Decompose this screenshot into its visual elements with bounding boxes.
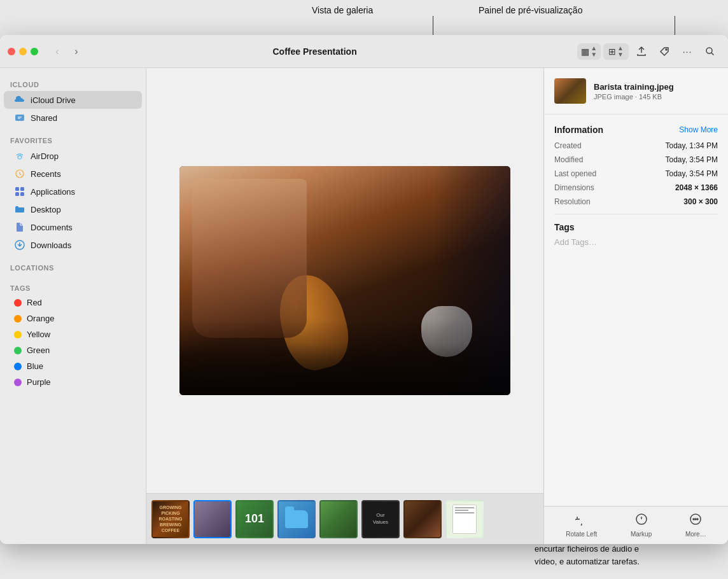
sidebar-item-label-icloud-drive: iCloud Drive [31,95,76,105]
minimize-button[interactable] [19,48,27,55]
thumbnail-2[interactable] [193,500,232,538]
sidebar-tag-green[interactable]: Green [4,342,142,358]
search-button[interactable] [700,41,720,62]
sidebar-item-applications[interactable]: Applications [4,183,142,200]
sidebar-tag-orange[interactable]: Orange [4,310,142,326]
tag-dot-purple [14,379,22,386]
info-section-label: Information [554,125,603,135]
img-bottom-shadow [179,344,510,395]
sidebar-section-favorites: Favorites [0,132,146,147]
recents-icon [14,168,25,179]
shared-icon [14,112,25,123]
preview-thumbnail [554,78,586,104]
info-label-last-opened: Last opened [554,169,596,178]
sidebar-tag-label-yellow: Yellow [27,330,50,339]
share-button[interactable] [631,41,652,62]
svg-point-1 [706,48,712,53]
info-value-created: Today, 1:34 PM [666,141,718,150]
markup-button[interactable]: Markup [624,509,658,541]
info-label-created: Created [554,141,582,150]
sidebar-item-label-shared: Shared [31,113,57,123]
sidebar-tag-purple[interactable]: Purple [4,374,142,390]
sidebar-item-icloud-drive[interactable]: iCloud Drive [4,91,142,109]
info-value-resolution: 300 × 300 [683,197,718,206]
preview-bottom-toolbar: Rotate Left Markup [544,506,728,544]
sidebar-item-recents[interactable]: Recents [4,165,142,183]
tag-dot-orange [14,315,22,323]
preview-filetype: JPEG image · 145 KB [594,93,674,101]
sidebar-item-label-recents: Recents [31,169,61,179]
thumbnail-7[interactable] [403,500,442,538]
svg-point-0 [666,49,667,50]
tag-dot-green [14,347,22,354]
info-label-modified: Modified [554,155,583,164]
show-more-link[interactable]: Show More [679,125,718,134]
info-value-dimensions: 2048 × 1366 [675,183,718,192]
annotation-line-gallery [433,16,433,35]
info-row-modified: Modified Today, 3:54 PM [554,155,718,164]
preview-header: Barista training.jpeg JPEG image · 145 K… [544,68,728,115]
sidebar-tag-label-purple: Purple [27,377,51,387]
info-row-resolution: Resolution 300 × 300 [554,197,718,206]
view-toggle-arrows: ▲▼ [591,45,597,58]
more-actions-button[interactable]: More… [679,509,713,541]
gallery-view-switcher[interactable]: ▦ ▲▼ [577,43,601,60]
thumbnail-3[interactable]: 101 [235,500,274,538]
sidebar-tag-label-red: Red [27,298,42,307]
sidebar-tag-blue[interactable]: Blue [4,358,142,374]
downloads-icon [14,239,25,251]
close-button[interactable] [8,48,15,55]
svg-rect-2 [15,115,24,121]
gallery-main[interactable] [146,68,543,493]
group-view-btn[interactable]: ⊞ ▲▼ [603,43,629,60]
add-tags-field[interactable]: Add Tags… [554,237,718,247]
sidebar-item-shared[interactable]: Shared [4,109,142,127]
info-row-dimensions: Dimensions 2048 × 1366 [554,183,718,192]
tag-dot-blue [14,363,22,370]
info-section-header: Information Show More [554,125,718,135]
sidebar-item-downloads[interactable]: Downloads [4,236,142,254]
content-area: iCloud iCloud Drive Shared [0,68,728,544]
thumbnail-1[interactable]: GROWINGPICKINGROASTINGBREWINGCOFFEE [151,500,190,538]
tag-dot-red [14,299,22,307]
thumbnail-4[interactable] [277,500,316,538]
info-label-resolution: Resolution [554,197,591,206]
divider-1 [554,214,718,214]
info-value-modified: Today, 3:54 PM [666,155,718,164]
annotation-gallery-view: Vista de galeria [312,5,373,15]
sidebar-item-label-applications: Applications [31,187,75,197]
thumbnail-5[interactable] [319,500,358,538]
info-value-last-opened: Today, 3:54 PM [666,169,718,178]
documents-icon [14,221,25,233]
annotation-line-preview [675,16,675,35]
finder-window: ‹ › Coffee Presentation ▦ ▲▼ ⊞ ▲▼ [0,35,728,544]
sidebar-tag-label-orange: Orange [27,314,54,323]
more-options-button[interactable]: ··· [677,41,697,62]
group-arrows: ▲▼ [617,45,624,58]
figure-person [192,179,307,338]
sidebar-section-icloud: iCloud [0,76,146,91]
sidebar-item-airdrop[interactable]: AirDrop [4,147,142,165]
gallery-main-image [179,166,510,395]
sidebar-item-documents[interactable]: Documents [4,218,142,236]
toolbar: ‹ › Coffee Presentation ▦ ▲▼ ⊞ ▲▼ [0,35,728,68]
rotate-left-button[interactable]: Rotate Left [559,509,603,541]
thumbnail-8[interactable] [445,500,484,538]
maximize-button[interactable] [31,48,38,55]
sidebar-item-desktop[interactable]: Desktop [4,200,142,218]
svg-point-13 [695,519,696,520]
preview-file-info: Barista training.jpeg JPEG image · 145 K… [594,82,674,101]
sidebar-item-label-downloads: Downloads [31,241,71,250]
svg-rect-6 [20,187,24,191]
tag-button[interactable] [654,41,675,62]
desktop-icon [14,204,25,215]
sidebar-tag-red[interactable]: Red [4,295,142,310]
more-actions-icon [689,513,702,529]
icloud-drive-icon [14,94,25,106]
preview-panel: Barista training.jpeg JPEG image · 145 K… [543,68,728,544]
thumbnail-6[interactable]: OurValues [361,500,400,538]
airdrop-icon [14,150,25,162]
rotate-left-label: Rotate Left [566,531,597,538]
sidebar-tag-yellow[interactable]: Yellow [4,326,142,342]
toolbar-right: ▦ ▲▼ ⊞ ▲▼ [577,41,720,62]
